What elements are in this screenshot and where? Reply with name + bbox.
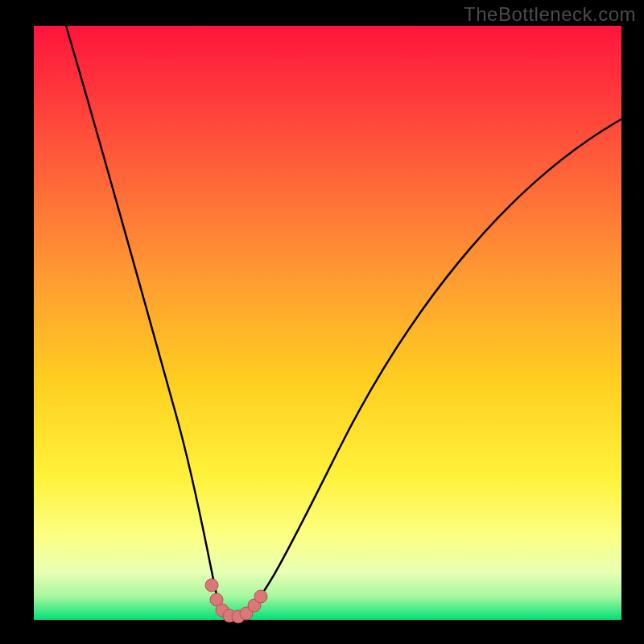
watermark-text: TheBottleneck.com [464,3,636,26]
chart-frame: TheBottleneck.com [0,0,644,644]
bottleneck-plot [0,0,644,644]
plot-background [34,26,621,620]
svg-point-7 [254,590,267,603]
svg-point-0 [205,579,218,592]
